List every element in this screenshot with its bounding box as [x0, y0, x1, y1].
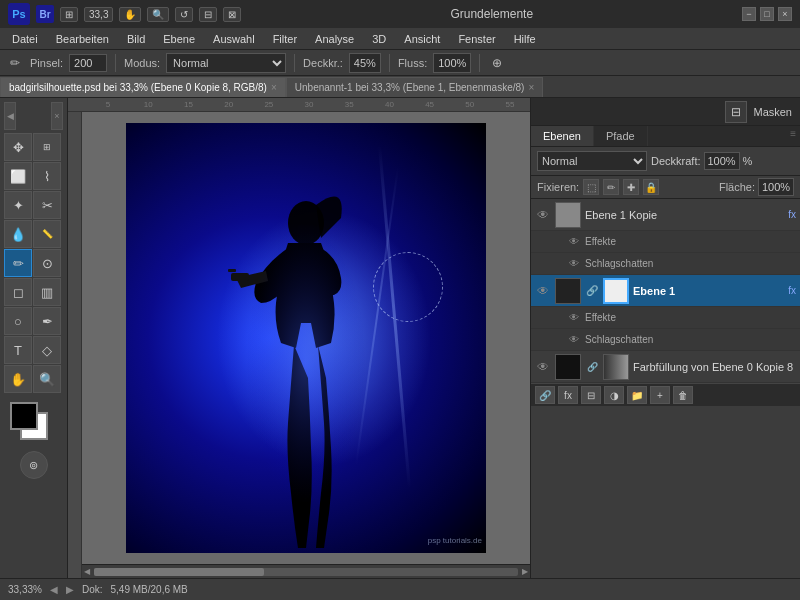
layers-list: 👁 Ebene 1 Kopie fx 👁 Effekte 👁 Schlagsch…: [531, 199, 800, 578]
layer-vis-ebene1[interactable]: 👁: [535, 283, 551, 299]
rotate-icon[interactable]: ↺: [175, 7, 193, 22]
modus-label: Modus:: [124, 57, 160, 69]
masken-icon[interactable]: ⊟: [725, 101, 747, 123]
main-layout: ◀ × ✥ ⊞ ⬜ ⌇ ✦ ✂ 💧 📏 ✏ ⊙ ◻ ▥ ○ ✒: [0, 98, 800, 578]
eraser-tool[interactable]: ◻: [4, 278, 32, 306]
flaeche-input[interactable]: [758, 178, 794, 196]
zoom-tool[interactable]: 🔍: [33, 365, 61, 393]
tick-20: 20: [209, 100, 249, 109]
clone-tool[interactable]: ⊙: [33, 249, 61, 277]
pen-tool[interactable]: ✒: [33, 307, 61, 335]
menu-ebene[interactable]: Ebene: [155, 31, 203, 47]
foreground-color-box[interactable]: [10, 402, 38, 430]
brush-tool[interactable]: ✏: [4, 249, 32, 277]
dodge-tool[interactable]: ○: [4, 307, 32, 335]
tool-row-9: ✋ 🔍: [4, 365, 63, 393]
sub-eye-schlag2[interactable]: 👁: [567, 333, 581, 347]
menu-hilfe[interactable]: Hilfe: [506, 31, 544, 47]
add-layer-btn[interactable]: +: [650, 386, 670, 404]
hand-tool[interactable]: ✋: [4, 365, 32, 393]
tab-badgirl[interactable]: badgirlsilhouette.psd bei 33,3% (Ebene 0…: [0, 77, 286, 97]
h-scrollbar[interactable]: ◀ ▶: [82, 564, 530, 578]
color-boxes: [10, 402, 52, 444]
h-scroll-thumb[interactable]: [94, 568, 518, 576]
sub-eye-effekte1[interactable]: 👁: [567, 235, 581, 249]
fix-all-btn[interactable]: 🔒: [643, 179, 659, 195]
minimize-button[interactable]: −: [742, 7, 756, 21]
tab-pfade[interactable]: Pfade: [594, 126, 648, 146]
panel-options-btn[interactable]: ≡: [786, 126, 800, 146]
br-logo-icon[interactable]: Br: [36, 5, 54, 23]
layer-name-farbfuellung: Farbfüllung von Ebene 0 Kopie 8: [633, 361, 796, 373]
menu-analyse[interactable]: Analyse: [307, 31, 362, 47]
fluss-value[interactable]: 100%: [433, 53, 471, 73]
h-scroll-handle[interactable]: [94, 568, 264, 576]
airbrush-icon[interactable]: ⊕: [488, 54, 506, 72]
delete-layer-btn[interactable]: 🗑: [673, 386, 693, 404]
toolbar-options-btn[interactable]: ×: [51, 102, 63, 130]
deckkr-value[interactable]: 45%: [349, 53, 381, 73]
shape-tool[interactable]: ◇: [33, 336, 61, 364]
menu-filter[interactable]: Filter: [265, 31, 305, 47]
fix-transparent-btn[interactable]: ⬚: [583, 179, 599, 195]
screen-icon[interactable]: ⊠: [223, 7, 241, 22]
nav-right-btn[interactable]: ▶: [66, 584, 74, 595]
scroll-right-btn[interactable]: ▶: [522, 567, 528, 576]
canvas-container[interactable]: psp tutorials.de: [82, 112, 530, 564]
layout-icon[interactable]: ⊟: [199, 7, 217, 22]
zoom-tool-icon[interactable]: 🔍: [147, 7, 169, 22]
opacity-input[interactable]: [704, 152, 740, 170]
lasso-tool[interactable]: ⌇: [33, 162, 61, 190]
gradient-tool[interactable]: ▥: [33, 278, 61, 306]
layer-vis-farbfuellung[interactable]: 👁: [535, 359, 551, 375]
close-button[interactable]: ×: [778, 7, 792, 21]
add-style-btn[interactable]: fx: [558, 386, 578, 404]
add-mask-btn[interactable]: ⊟: [581, 386, 601, 404]
layer-vis-ebene1kopie[interactable]: 👁: [535, 207, 551, 223]
menu-3d[interactable]: 3D: [364, 31, 394, 47]
tab-ebenen[interactable]: Ebenen: [531, 126, 594, 146]
scroll-left-btn[interactable]: ◀: [84, 567, 90, 576]
hand-tool-icon[interactable]: ✋: [119, 7, 141, 22]
brush-tool-icon[interactable]: ✏: [6, 54, 24, 72]
layer-ebene1[interactable]: 👁 🔗 Ebene 1 fx: [531, 275, 800, 307]
crop-tool[interactable]: ✂: [33, 191, 61, 219]
add-group-btn[interactable]: 📁: [627, 386, 647, 404]
wand-tool[interactable]: ✦: [4, 191, 32, 219]
ruler-tool[interactable]: 📏: [33, 220, 61, 248]
artboard-tool[interactable]: ⊞: [33, 133, 61, 161]
menu-fenster[interactable]: Fenster: [450, 31, 503, 47]
pinsel-size-input[interactable]: [69, 54, 107, 72]
text-tool[interactable]: T: [4, 336, 32, 364]
tool-row-2: ⬜ ⌇: [4, 162, 63, 190]
tab-badgirl-close[interactable]: ×: [271, 82, 277, 93]
tab-unbenannt-close[interactable]: ×: [528, 82, 534, 93]
layer-farbfuellung[interactable]: 👁 🔗 Farbfüllung von Ebene 0 Kopie 8: [531, 351, 800, 383]
toolbar-collapse-btn[interactable]: ◀: [4, 102, 16, 130]
modus-select[interactable]: Normal Multiplizieren Abblenden: [166, 53, 286, 73]
window-mode-icon[interactable]: ⊞: [60, 7, 78, 22]
ps-logo-icon[interactable]: Ps: [8, 3, 30, 25]
add-adjustment-btn[interactable]: ◑: [604, 386, 624, 404]
layer-ebene1kopie[interactable]: 👁 Ebene 1 Kopie fx: [531, 199, 800, 231]
quick-mask-btn[interactable]: ⊚: [20, 451, 48, 479]
menu-bild[interactable]: Bild: [119, 31, 153, 47]
sub-eye-effekte2[interactable]: 👁: [567, 311, 581, 325]
tab-unbenannt[interactable]: Unbenannt-1 bei 33,3% (Ebene 1, Ebenenma…: [286, 77, 543, 97]
move-tool[interactable]: ✥: [4, 133, 32, 161]
maximize-button[interactable]: □: [760, 7, 774, 21]
nav-left-btn[interactable]: ◀: [50, 584, 58, 595]
zoom-display[interactable]: 33,3: [84, 7, 113, 22]
layers-action-row: 🔗 fx ⊟ ◑ 📁 + 🗑: [531, 383, 800, 406]
menu-ansicht[interactable]: Ansicht: [396, 31, 448, 47]
rect-select-tool[interactable]: ⬜: [4, 162, 32, 190]
sub-eye-schlag1[interactable]: 👁: [567, 257, 581, 271]
blend-mode-select[interactable]: Normal Multiplizieren: [537, 151, 647, 171]
fix-position-btn[interactable]: ✚: [623, 179, 639, 195]
menu-datei[interactable]: Datei: [4, 31, 46, 47]
eyedrop-tool[interactable]: 💧: [4, 220, 32, 248]
fix-paint-btn[interactable]: ✏: [603, 179, 619, 195]
menu-auswahl[interactable]: Auswahl: [205, 31, 263, 47]
link-layers-btn[interactable]: 🔗: [535, 386, 555, 404]
menu-bearbeiten[interactable]: Bearbeiten: [48, 31, 117, 47]
